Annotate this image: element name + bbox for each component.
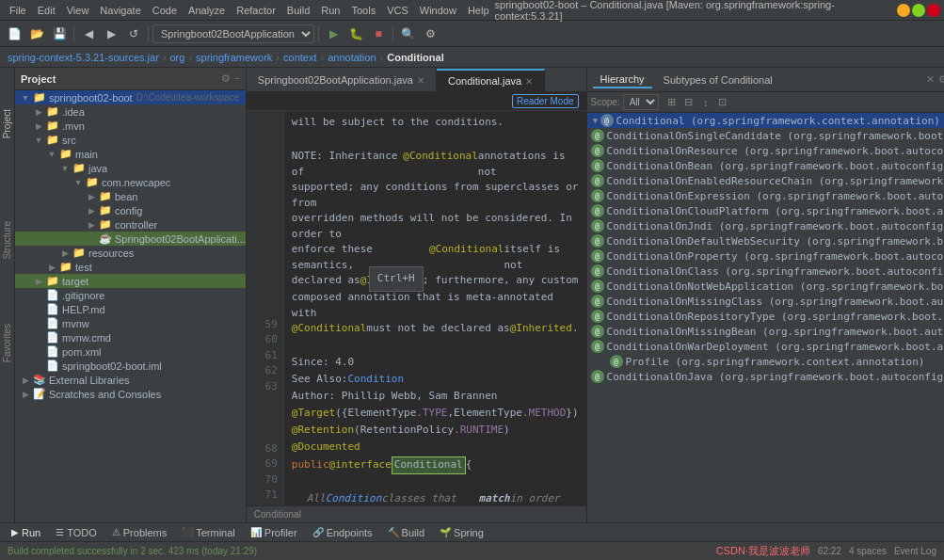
hier-tab-hierarchy[interactable]: Hierarchy <box>593 72 652 88</box>
breadcrumb-org[interactable]: org <box>169 52 184 63</box>
tree-extlibs[interactable]: ▶ 📚 External Libraries <box>15 373 246 387</box>
bottom-tab-endpoints[interactable]: 🔗 Endpoints <box>305 525 380 540</box>
new-file-button[interactable]: 📄 <box>4 24 24 44</box>
menu-navigate[interactable]: Navigate <box>94 3 146 18</box>
tree-pomxml[interactable]: ▶ 📄 pom.xml <box>15 344 246 359</box>
hier-item-7[interactable]: @ ConditionalOnDefaultWebSecurity (org.s… <box>587 233 944 248</box>
menu-file[interactable]: File <box>4 3 32 18</box>
hier-item-2[interactable]: @ ConditionalOnBean (org.springframework… <box>587 158 944 173</box>
hier-root-item[interactable]: ▼ @ Conditional (org.springframework.con… <box>587 113 944 128</box>
hier-item-8[interactable]: @ ConditionalOnProperty (org.springframe… <box>587 248 944 264</box>
maximize-button[interactable] <box>912 4 925 17</box>
tab-conditional-close[interactable]: ✕ <box>525 76 533 87</box>
tree-src[interactable]: ▼ 📁 src <box>15 133 246 147</box>
tree-bootapp[interactable]: ▶ ☕ Springboot02BootApplicati... <box>15 232 246 246</box>
menu-help[interactable]: Help <box>462 3 495 18</box>
bottom-tab-build[interactable]: 🔨 Build <box>380 525 432 540</box>
tree-main[interactable]: ▼ 📁 main <box>15 147 246 161</box>
panel-collapse-icon[interactable]: − <box>233 72 239 85</box>
hier-tab-subtypes[interactable]: Subtypes of Conditional <box>656 72 780 88</box>
menu-vcs[interactable]: VCS <box>381 3 414 18</box>
hier-item-9[interactable]: @ ConditionalOnClass (org.springframewor… <box>587 264 944 279</box>
tree-mvnwcmd[interactable]: ▶ 📄 mvnw.cmd <box>15 330 246 344</box>
search-button[interactable]: 🔍 <box>397 24 418 44</box>
tree-idea[interactable]: ▶ 📁 .idea <box>15 104 246 119</box>
bottom-tab-profiler[interactable]: 📊 Profiler <box>243 525 305 540</box>
minimize-button[interactable] <box>897 4 910 17</box>
tree-controller[interactable]: ▶ 📁 controller <box>15 217 246 232</box>
hier-sort-icon[interactable]: ↕ <box>698 95 713 110</box>
tab-bootapp-close[interactable]: ✕ <box>417 75 424 86</box>
project-side-label[interactable]: Project <box>0 105 14 142</box>
hier-collapse-icon[interactable]: ⊟ <box>681 95 696 110</box>
menu-analyze[interactable]: Analyze <box>183 3 231 18</box>
menu-build[interactable]: Build <box>281 3 315 18</box>
hier-item-10[interactable]: @ ConditionalOnNotWebApplication (org.sp… <box>587 279 944 294</box>
tree-bean[interactable]: ▶ 📁 bean <box>15 189 246 203</box>
save-button[interactable]: 💾 <box>49 24 70 44</box>
refresh-button[interactable]: ↺ <box>123 24 144 44</box>
tree-gitignore[interactable]: ▶ 📄 .gitignore <box>15 288 246 302</box>
tab-bootapp[interactable]: Springboot02BootApplication.java ✕ <box>247 69 437 91</box>
breadcrumb-springframework[interactable]: springframework <box>196 52 272 63</box>
run-config-dropdown[interactable]: Springboot02BootApplication <box>152 24 314 43</box>
tree-helpmd[interactable]: ▶ 📄 HELP.md <box>15 302 246 316</box>
tree-target[interactable]: ▶ 📁 target <box>15 274 246 288</box>
favorites-side-label[interactable]: Favorites <box>0 320 14 366</box>
bottom-tab-problems[interactable]: ⚠ Problems <box>104 525 174 540</box>
code-editor[interactable]: will be subject to the conditions. NOTE:… <box>284 111 586 505</box>
hier-item-3[interactable]: @ ConditionalOnEnabledResourceChain (org… <box>587 173 944 188</box>
menu-view[interactable]: View <box>61 3 95 18</box>
bottom-tab-run[interactable]: ▶ Run <box>4 525 48 540</box>
menu-run[interactable]: Run <box>315 3 345 18</box>
tree-comnewcapec[interactable]: ▼ 📁 com.newcapec <box>15 175 246 189</box>
tree-scratches[interactable]: ▶ 📝 Scratches and Consoles <box>15 387 246 401</box>
stop-button[interactable]: ■ <box>368 24 389 44</box>
hier-filter-icon[interactable]: ⊡ <box>715 95 730 110</box>
tree-java[interactable]: ▼ 📁 java <box>15 161 246 175</box>
tab-conditional[interactable]: Conditional.java ✕ <box>437 69 545 91</box>
event-log-label[interactable]: Event Log <box>894 546 936 556</box>
hier-item-4[interactable]: @ ConditionalOnExpression (org.springfra… <box>587 188 944 203</box>
tree-mvnw[interactable]: ▶ 📄 mvnw <box>15 316 246 330</box>
hier-item-13[interactable]: @ ConditionalOnMissingBean (org.springfr… <box>587 324 944 339</box>
hier-item-16[interactable]: @ ConditionalOnJava (org.springframework… <box>587 369 944 384</box>
bottom-tab-spring[interactable]: 🌱 Spring <box>432 525 491 540</box>
back-button[interactable]: ◀ <box>78 24 99 44</box>
hier-item-0[interactable]: @ ConditionalOnSingleCandidate (org.spri… <box>587 128 944 143</box>
hier-item-15[interactable]: @ Profile (org.springframework.context.a… <box>587 354 944 369</box>
tree-mvn[interactable]: ▶ 📁 .mvn <box>15 119 246 133</box>
close-button[interactable] <box>927 4 940 17</box>
menu-tools[interactable]: Tools <box>345 3 381 18</box>
hier-item-6[interactable]: @ ConditionalOnJndi (org.springframework… <box>587 218 944 233</box>
hier-item-5[interactable]: @ ConditionalOnCloudPlatform (org.spring… <box>587 203 944 218</box>
menu-window[interactable]: Window <box>414 3 462 18</box>
panel-gear-icon[interactable]: ⚙ <box>221 72 231 85</box>
hier-gear-icon[interactable]: ⚙ <box>938 73 944 86</box>
hier-item-12[interactable]: @ ConditionalOnRepositoryType (org.sprin… <box>587 309 944 324</box>
tree-iml[interactable]: ▶ 📄 springboot02-boot.iml <box>15 359 246 373</box>
run-button[interactable]: ▶ <box>323 24 344 44</box>
breadcrumb-context[interactable]: context <box>283 52 316 63</box>
structure-side-label[interactable]: Structure <box>0 217 14 264</box>
tree-root[interactable]: ▼ 📁 springboot02-boot D:\Code\idea-works… <box>15 90 246 104</box>
breadcrumb-annotation[interactable]: annotation <box>328 52 376 63</box>
settings-button[interactable]: ⚙ <box>420 24 440 44</box>
bottom-tab-todo[interactable]: ☰ TODO <box>48 525 104 540</box>
hier-item-11[interactable]: @ ConditionalOnMissingClass (org.springf… <box>587 294 944 309</box>
bottom-tab-terminal[interactable]: ⬛ Terminal <box>174 525 243 540</box>
menu-edit[interactable]: Edit <box>32 3 61 18</box>
tree-config[interactable]: ▶ 📁 config <box>15 203 246 217</box>
hier-item-1[interactable]: @ ConditionalOnResource (org.springframe… <box>587 143 944 158</box>
menu-refactor[interactable]: Refactor <box>231 3 281 18</box>
menu-code[interactable]: Code <box>147 3 183 18</box>
tree-test[interactable]: ▶ 📁 test <box>15 260 246 274</box>
hier-expand-icon[interactable]: ⊞ <box>664 95 680 110</box>
debug-button[interactable]: 🐛 <box>345 24 366 44</box>
breadcrumb-jar[interactable]: spring-context-5.3.21-sources.jar <box>8 52 159 63</box>
open-button[interactable]: 📂 <box>26 24 47 44</box>
hier-item-14[interactable]: @ ConditionalOnWarDeployment (org.spring… <box>587 339 944 354</box>
reader-mode-button[interactable]: Reader Mode <box>512 94 579 108</box>
scope-select[interactable]: All <box>623 94 659 110</box>
forward-button[interactable]: ▶ <box>101 24 121 44</box>
